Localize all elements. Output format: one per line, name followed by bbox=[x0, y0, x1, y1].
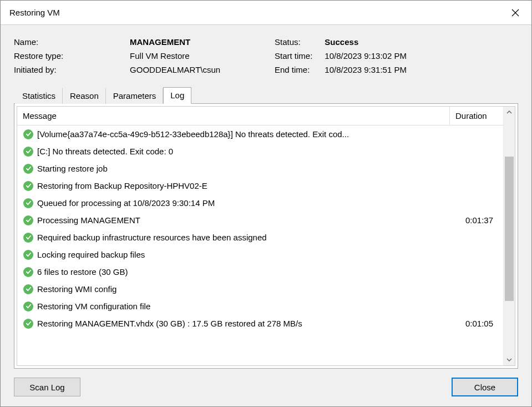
tabs-row: Statistics Reason Parameters Log bbox=[14, 87, 518, 104]
status-icon-cell bbox=[22, 284, 35, 294]
scroll-down-arrow-icon[interactable] bbox=[504, 354, 515, 365]
status-icon-cell bbox=[22, 250, 35, 260]
log-message: Required backup infrastructure resources… bbox=[35, 233, 450, 242]
window-title: Restoring VM bbox=[9, 8, 60, 17]
button-row: Scan Log Close bbox=[14, 378, 518, 396]
name-value: MANAGEMENT bbox=[130, 37, 275, 47]
log-message: Restoring WMI config bbox=[35, 284, 450, 294]
log-row[interactable]: Required backup infrastructure resources… bbox=[17, 229, 503, 246]
restore-type-value: Full VM Restore bbox=[130, 51, 275, 61]
restore-type-label: Restore type: bbox=[14, 51, 118, 61]
tab-reason[interactable]: Reason bbox=[63, 88, 106, 104]
log-message: [C:] No threats detected. Exit code: 0 bbox=[35, 147, 450, 156]
success-check-icon bbox=[23, 129, 33, 139]
status-icon-cell bbox=[22, 319, 35, 329]
log-row[interactable]: Restoring VM configuration file bbox=[17, 298, 503, 315]
dialog-content: Name: MANAGEMENT Restore type: Full VM R… bbox=[1, 25, 531, 406]
info-grid: Name: MANAGEMENT Restore type: Full VM R… bbox=[14, 37, 518, 74]
log-row[interactable]: Locking required backup files bbox=[17, 246, 503, 263]
log-row[interactable]: [Volume{aa37a74e-cc5a-49c9-b512-33ebeedb… bbox=[17, 125, 503, 143]
start-time-label: Start time: bbox=[275, 51, 312, 61]
initiated-by-label: Initiated by: bbox=[14, 65, 118, 74]
log-row[interactable]: Starting restore job bbox=[17, 160, 503, 177]
status-value: Success bbox=[325, 37, 407, 47]
log-message: Restoring VM configuration file bbox=[35, 302, 450, 311]
scroll-track[interactable] bbox=[504, 118, 515, 354]
log-header: Message Duration bbox=[17, 107, 503, 125]
success-check-icon bbox=[23, 302, 33, 311]
tab-statistics[interactable]: Statistics bbox=[15, 88, 63, 104]
name-label: Name: bbox=[14, 37, 118, 47]
initiated-by-value: GOODDEALMART\csun bbox=[130, 65, 275, 74]
scroll-thumb[interactable] bbox=[505, 157, 514, 301]
log-table: Message Duration [Volume{aa37a74e-cc5a-4… bbox=[17, 107, 503, 365]
tab-parameters[interactable]: Parameters bbox=[106, 88, 164, 104]
info-right-column: Status: Success Start time: 10/8/2023 9:… bbox=[275, 37, 407, 74]
log-message: Starting restore job bbox=[35, 164, 450, 173]
status-icon-cell bbox=[22, 147, 35, 157]
end-time-value: 10/8/2023 9:31:51 PM bbox=[325, 65, 407, 74]
status-icon-cell bbox=[22, 302, 35, 311]
success-check-icon bbox=[23, 147, 33, 157]
log-message: 6 files to restore (30 GB) bbox=[35, 267, 450, 277]
log-row[interactable]: Processing MANAGEMENT0:01:37 bbox=[17, 212, 503, 229]
scan-log-button[interactable]: Scan Log bbox=[14, 378, 80, 396]
info-left-column: Name: MANAGEMENT Restore type: Full VM R… bbox=[14, 37, 275, 74]
success-check-icon bbox=[23, 233, 33, 243]
success-check-icon bbox=[23, 284, 33, 294]
log-message: Locking required backup files bbox=[35, 250, 450, 259]
end-time-label: End time: bbox=[275, 65, 312, 74]
restoring-vm-dialog: Restoring VM Name: MANAGEMENT Restore ty… bbox=[0, 0, 532, 407]
status-icon-cell bbox=[22, 215, 35, 225]
success-check-icon bbox=[23, 198, 33, 208]
close-button[interactable]: Close bbox=[452, 378, 518, 396]
success-check-icon bbox=[23, 215, 33, 225]
log-panel: Message Duration [Volume{aa37a74e-cc5a-4… bbox=[14, 104, 518, 369]
status-icon-cell bbox=[22, 181, 35, 191]
success-check-icon bbox=[23, 181, 33, 191]
status-icon-cell bbox=[22, 129, 35, 139]
status-icon-cell bbox=[22, 164, 35, 174]
log-duration: 0:01:05 bbox=[450, 319, 503, 328]
success-check-icon bbox=[23, 164, 33, 174]
success-check-icon bbox=[23, 267, 33, 277]
close-icon[interactable] bbox=[503, 4, 528, 22]
log-row[interactable]: [C:] No threats detected. Exit code: 0 bbox=[17, 143, 503, 160]
column-header-message[interactable]: Message bbox=[17, 107, 450, 125]
log-body[interactable]: [Volume{aa37a74e-cc5a-49c9-b512-33ebeedb… bbox=[17, 125, 503, 365]
status-icon-cell bbox=[22, 198, 35, 208]
status-icon-cell bbox=[22, 267, 35, 277]
log-message: Restoring from Backup Repository-HPHV02-… bbox=[35, 181, 450, 190]
status-label: Status: bbox=[275, 37, 312, 47]
log-row[interactable]: 6 files to restore (30 GB) bbox=[17, 263, 503, 280]
success-check-icon bbox=[23, 319, 33, 329]
status-icon-cell bbox=[22, 233, 35, 243]
log-duration: 0:01:37 bbox=[450, 215, 503, 225]
log-row[interactable]: Restoring MANAGEMENT.vhdx (30 GB) : 17.5… bbox=[17, 315, 503, 332]
vertical-scrollbar[interactable] bbox=[503, 107, 515, 365]
success-check-icon bbox=[23, 250, 33, 260]
start-time-value: 10/8/2023 9:13:02 PM bbox=[325, 51, 407, 61]
log-message: [Volume{aa37a74e-cc5a-49c9-b512-33ebeedb… bbox=[35, 129, 450, 139]
log-message: Processing MANAGEMENT bbox=[35, 215, 450, 225]
log-row[interactable]: Restoring WMI config bbox=[17, 280, 503, 298]
scroll-up-arrow-icon[interactable] bbox=[504, 107, 515, 118]
column-header-duration[interactable]: Duration bbox=[450, 107, 503, 125]
log-message: Queued for processing at 10/8/2023 9:30:… bbox=[35, 198, 450, 208]
log-inner: Message Duration [Volume{aa37a74e-cc5a-4… bbox=[17, 106, 515, 366]
log-message: Restoring MANAGEMENT.vhdx (30 GB) : 17.5… bbox=[35, 319, 450, 328]
log-row[interactable]: Queued for processing at 10/8/2023 9:30:… bbox=[17, 194, 503, 212]
titlebar: Restoring VM bbox=[1, 1, 531, 25]
tab-log[interactable]: Log bbox=[163, 87, 191, 104]
log-row[interactable]: Restoring from Backup Repository-HPHV02-… bbox=[17, 177, 503, 194]
